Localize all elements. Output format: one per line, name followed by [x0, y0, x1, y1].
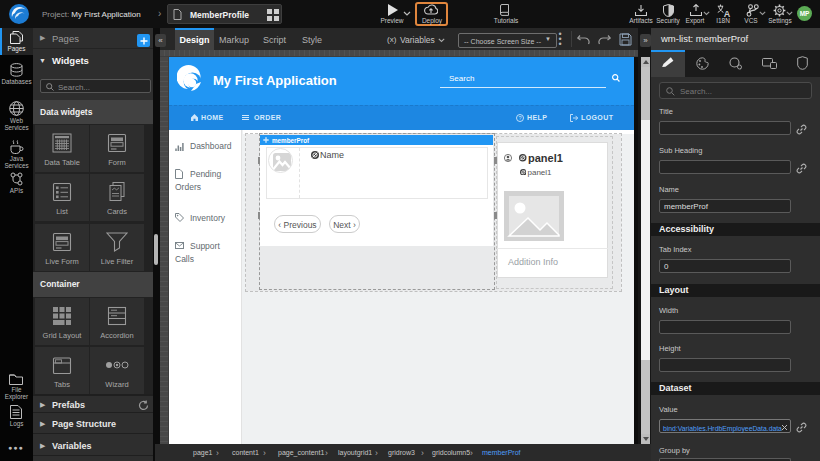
svg-text:?: ?: [518, 115, 521, 121]
svg-text:A: A: [724, 9, 731, 18]
